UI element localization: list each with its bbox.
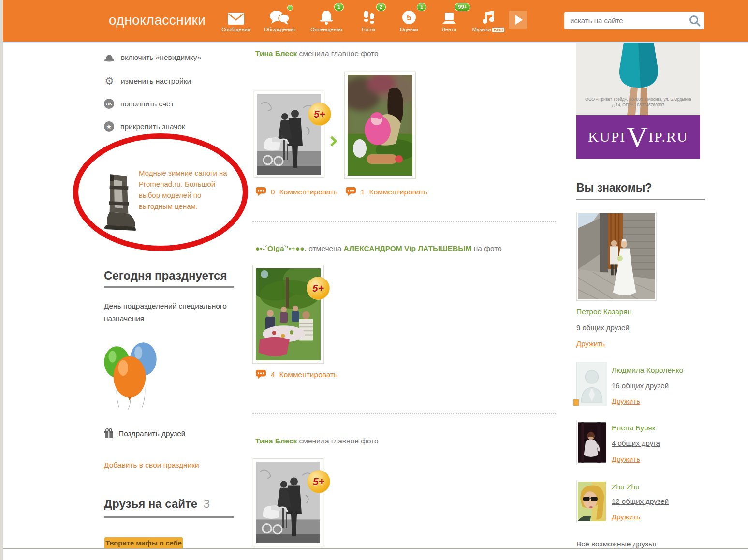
comment-link[interactable]: 4 Комментировать	[255, 369, 337, 380]
nav-guests[interactable]: 2 Гости	[346, 5, 391, 32]
nav-messages[interactable]: Сообщения	[214, 5, 258, 32]
rating-5plus-badge[interactable]: 5+	[307, 470, 330, 493]
suggestion-photo[interactable]	[576, 480, 607, 523]
nav-label: Лента	[427, 27, 471, 32]
feed-user-link[interactable]: ●•-´Olga`'•+●●.	[255, 244, 307, 252]
feed-tagger-link[interactable]: АЛЕКСАНДРОМ Vip ЛАТЫШЕВЫМ	[344, 244, 472, 252]
nav-label: МузыкаBeta	[466, 27, 511, 32]
site-logo[interactable]: одноклассники	[109, 13, 205, 28]
menu-label: пополнить счёт	[120, 100, 174, 108]
nav-discussions[interactable]: Обсуждения	[257, 5, 302, 32]
kupivip-brand: KUPI V IP.RU	[576, 115, 700, 159]
add-to-holidays-label: Добавить в свои праздники	[104, 461, 199, 470]
mutual-friends-link[interactable]: 12 общих друзей	[612, 497, 669, 505]
feed-screen-icon: 99+	[427, 5, 471, 25]
gift-icon	[104, 428, 114, 439]
feed-photo-new[interactable]	[344, 72, 416, 179]
nav-label: Гости	[346, 27, 391, 32]
discussions-activity-dot	[287, 5, 293, 11]
music-note-icon	[466, 5, 511, 25]
today-celebrated-title: Сегодня празднуется	[104, 269, 227, 282]
gear-icon: ⚙	[104, 76, 115, 86]
photo-change-arrow-icon	[330, 135, 337, 149]
mutual-friends-link[interactable]: 4 общих друга	[612, 439, 660, 447]
congratulate-friends-link[interactable]: Поздравить друзей	[104, 428, 185, 439]
feed-separator	[252, 413, 556, 414]
search-input[interactable]	[569, 16, 689, 25]
menu-label: включить «невидимку»	[121, 53, 201, 62]
feed-user-link[interactable]: Тина Блеск	[255, 437, 297, 445]
all-possible-friends-link[interactable]: Все возможные друзья	[576, 540, 657, 548]
add-to-holidays-link[interactable]: Добавить в свои праздники	[104, 461, 199, 470]
notifications-badge: 1	[334, 3, 344, 11]
beta-tag: Beta	[492, 28, 505, 32]
ok-coin-icon: OK	[104, 99, 114, 109]
suggestion-name[interactable]: Zhu Zhu	[612, 483, 640, 491]
nav-label: Сообщения	[214, 27, 258, 32]
odnoklassniki-page: одноклассники Сообщения Обсуждения 1 Опо…	[0, 0, 748, 560]
menu-label: изменить настройки	[121, 77, 191, 86]
comment-bubble-icon	[345, 187, 356, 197]
comment-link[interactable]: 1 Комментировать	[345, 187, 427, 197]
nav-label: Оценки	[387, 27, 431, 32]
suggestion-photo[interactable]	[576, 420, 607, 465]
menu-item-top-up[interactable]: OK пополнить счёт	[104, 99, 174, 109]
nav-label: Оповещения	[304, 27, 349, 32]
comment-bubble-icon	[255, 187, 266, 197]
feed-item-header: Тина Блеск сменила главное фото	[255, 49, 379, 58]
screenshot-bottom-edge	[3, 548, 748, 549]
mutual-friends-link[interactable]: 9 общих друзей	[576, 324, 630, 332]
five-plus-circle-icon: 5 1	[387, 5, 431, 25]
suggestion-name[interactable]: Людмила Короленко	[612, 366, 683, 375]
feed-user-link[interactable]: Тина Блеск	[255, 49, 297, 58]
search-icon[interactable]	[689, 15, 701, 27]
friends-online-count: 3	[204, 497, 210, 510]
footprints-icon: 2	[346, 5, 391, 25]
section-rule	[576, 199, 705, 200]
feed-item-header: Тина Блеск сменила главное фото	[255, 437, 379, 445]
menu-item-invisibility[interactable]: включить «невидимку»	[104, 53, 201, 62]
menu-item-attach-badge[interactable]: ★ прикрепить значок	[104, 121, 185, 132]
add-friend-link[interactable]: Дружить	[612, 513, 640, 521]
nav-music[interactable]: МузыкаBeta	[466, 5, 511, 32]
section-rule	[104, 516, 234, 518]
boot-ad-text[interactable]: Модные зимние сапоги на Promenad.ru. Бол…	[139, 167, 236, 212]
site-search	[564, 12, 704, 29]
nav-label: Обсуждения	[257, 27, 302, 32]
kupivip-ad[interactable]: ООО «Привет Трейд», 107000, г.Москва, ул…	[576, 43, 700, 159]
add-friend-link[interactable]: Дружить	[612, 397, 640, 405]
friends-online-title: Друзья на сайте 3	[104, 497, 210, 511]
nav-marks[interactable]: 5 1 Оценки	[387, 5, 431, 32]
left-edge-strip	[0, 0, 3, 560]
kupivip-legal-line1: ООО «Привет Трейд», 107000, г.Москва, ул…	[576, 97, 700, 102]
add-friend-link[interactable]: Дружить	[576, 339, 605, 348]
play-arrow-icon	[515, 15, 523, 25]
chat-bubbles-icon	[257, 5, 302, 25]
rating-5plus-badge[interactable]: 5+	[308, 103, 331, 126]
comment-link[interactable]: 0 Комментировать	[255, 187, 337, 197]
add-friend-link[interactable]: Дружить	[612, 455, 640, 463]
congratulate-friends-label: Поздравить друзей	[118, 429, 185, 438]
rating-5plus-badge[interactable]: 5+	[307, 277, 330, 300]
myths-banner-button[interactable]: Творите мифы о себе	[104, 537, 183, 549]
nav-expand-arrow-button[interactable]	[509, 11, 527, 29]
menu-item-settings[interactable]: ⚙ изменить настройки	[104, 76, 191, 86]
nav-feed[interactable]: 99+ Лента	[427, 5, 471, 32]
invisibility-hat-icon	[104, 54, 115, 62]
suggestion-name[interactable]: Петрос Казарян	[576, 308, 631, 316]
badge-star-icon: ★	[104, 121, 114, 132]
boot-ad-image[interactable]	[99, 172, 138, 234]
kupivip-legal-line2: д.14, ОГРН 1087746760397	[576, 103, 700, 107]
suggestion-photo-placeholder[interactable]	[576, 362, 607, 406]
mutual-friends-link[interactable]: 16 общих друзей	[612, 382, 669, 390]
guests-badge: 2	[376, 3, 386, 11]
feed-separator	[252, 221, 556, 222]
you-know-title: Вы знакомы?	[576, 181, 652, 194]
suggestion-photo[interactable]	[576, 212, 657, 301]
suggestion-name[interactable]: Елена Буряк	[612, 424, 656, 432]
kupivip-ad-image: ООО «Привет Трейд», 107000, г.Москва, ул…	[576, 43, 700, 115]
nav-notifications[interactable]: 1 Оповещения	[304, 5, 349, 32]
top-header: одноклассники Сообщения Обсуждения 1 Опо…	[3, 0, 748, 43]
presence-marker	[573, 399, 579, 406]
marks-badge: 1	[417, 3, 426, 11]
